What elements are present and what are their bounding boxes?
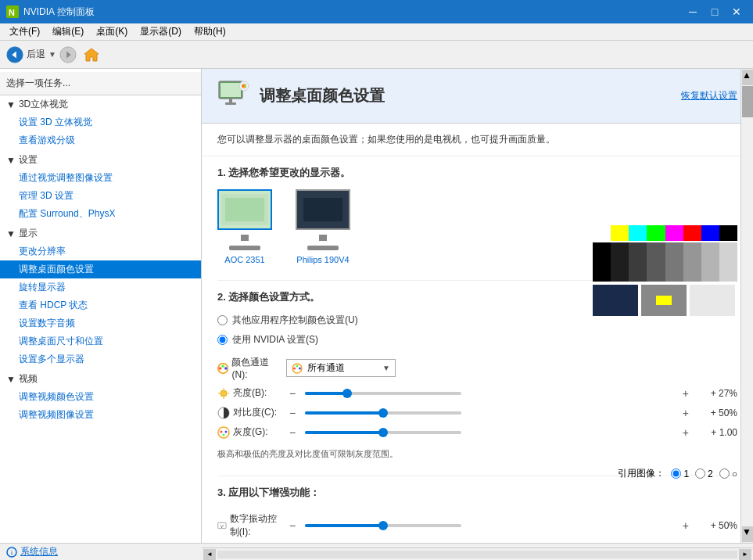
vibrance-thumb[interactable] [378,521,388,530]
monitor-philips[interactable]: Philips 190V4 [296,189,350,264]
gray-6 [701,242,719,282]
gamma-thumb[interactable] [378,428,388,437]
gray-3 [647,242,665,282]
channel-dropdown-arrow[interactable]: ▼ [382,364,390,372]
sidebar-section-display-header[interactable]: ▼ 显示 [0,224,201,242]
sidebar-item-multi-display[interactable]: 设置多个显示器 [0,350,201,368]
sidebar-item-rotate[interactable]: 旋转显示器 [0,278,201,296]
ref-option-1[interactable]: 1 [671,468,689,479]
enhance-section: 3. 应用以下增强功能： V 数字振动控制(I): − + [202,476,753,543]
brightness-minus[interactable]: − [286,387,299,400]
app-icon: N [6,5,19,18]
home-button[interactable] [80,43,103,66]
content-area: 调整桌面颜色设置 恢复默认设置 您可以调整显示器的桌面颜色设置；如果您使用的是电… [202,69,753,543]
menu-display[interactable]: 显示器(D) [134,23,188,40]
contrast-thumb[interactable] [378,408,388,418]
contrast-plus[interactable]: + [679,407,692,419]
menubar: 文件(F) 编辑(E) 桌面(K) 显示器(D) 帮助(H) [0,23,753,41]
gamma-plus[interactable]: + [679,426,692,439]
brightness-plus[interactable]: + [679,387,692,400]
sidebar-item-3d-games[interactable]: 查看游戏分级 [0,131,201,149]
statusbar-text: 系统信息 [20,545,58,558]
gray-2 [629,242,647,282]
ref-radio-2[interactable] [695,468,705,479]
system-info-link[interactable]: i 系统信息 [6,545,58,558]
close-button[interactable]: ✕ [726,4,747,20]
scroll-thumb[interactable] [742,86,753,117]
sidebar-section-settings-header[interactable]: ▼ 设置 [0,151,201,169]
svg-point-33 [218,427,229,438]
brightness-fill [305,392,347,395]
titlebar: N NVIDIA 控制面板 ─ □ ✕ [0,0,753,23]
minimize-button[interactable]: ─ [683,4,703,20]
sidebar-item-desktop-size[interactable]: 调整桌面尺寸和位置 [0,332,201,350]
gamma-row: 灰度(G): − + + 1.00 [217,422,737,442]
sidebar-item-color[interactable]: 调整桌面颜色设置 [0,260,201,278]
menu-file[interactable]: 文件(F) [3,23,46,40]
menu-desktop[interactable]: 桌面(K) [90,23,134,40]
sidebar-item-3d-setup[interactable]: 设置 3D 立体视觉 [0,113,201,131]
back-button[interactable] [6,46,23,63]
scroll-left-arrow[interactable]: ◄ [203,549,216,560]
radio-other-apps-label[interactable]: 其他应用程序控制颜色设置(U) [232,314,358,327]
sidebar-item-video-image[interactable]: 调整视频图像设置 [0,406,201,424]
vibrance-minus[interactable]: − [286,519,299,532]
sidebar-item-3d-manage[interactable]: 管理 3D 设置 [0,187,201,205]
color-bars-row1 [593,225,737,241]
radio-nvidia-input[interactable] [217,335,228,345]
svg-text:i: i [11,549,13,557]
radio-nvidia-label[interactable]: 使用 NVIDIA 设置(S) [232,333,318,346]
window-controls: ─ □ ✕ [683,4,747,20]
ref-radio-3[interactable] [719,468,730,479]
menu-help[interactable]: 帮助(H) [188,23,232,40]
dropdown-arrow-back[interactable]: ▼ [48,50,56,59]
channel-icon [217,362,228,375]
ref-radio-1[interactable] [671,468,681,479]
svg-rect-9 [229,99,232,102]
ref-image-section: 引用图像： 1 2 ○ [618,467,737,480]
restore-default-link[interactable]: 恢复默认设置 [681,89,737,102]
svg-text:N: N [9,8,15,17]
ref-option-2[interactable]: 2 [695,468,713,479]
sidebar-section-video-header[interactable]: ▼ 视频 [0,370,201,388]
forward-button[interactable] [59,46,77,63]
sidebar-item-video-color[interactable]: 调整视频颜色设置 [0,388,201,406]
swatch-magenta [665,225,683,241]
contrast-track[interactable] [305,411,461,415]
scroll-down-arrow[interactable]: ▼ [742,526,753,542]
sidebar-item-hdcp[interactable]: 查看 HDCP 状态 [0,296,201,314]
svg-point-22 [224,367,228,370]
scroll-up-arrow[interactable]: ▲ [742,70,753,85]
channel-select[interactable]: 所有通道 ▼ [286,359,396,377]
gamma-minus[interactable]: − [286,426,299,439]
brightness-thumb[interactable] [342,389,352,398]
monitor-aoc[interactable]: AOC 2351 [217,189,272,264]
sidebar-item-audio[interactable]: 设置数字音频 [0,314,201,332]
brightness-track[interactable] [305,392,461,395]
description: 您可以调整显示器的桌面颜色设置；如果您使用的是电视机，也可提升画面质量。 [202,124,753,156]
sidebar-item-resolution[interactable]: 更改分辨率 [0,242,201,260]
gray-bars [593,242,737,282]
ref-option-3[interactable]: ○ [719,468,737,479]
maximize-button[interactable]: □ [705,4,725,20]
channel-select-text: 所有通道 [307,361,378,375]
gamma-track[interactable] [305,431,461,434]
contrast-label: 对比度(C): [217,406,280,419]
contrast-minus[interactable]: − [286,407,299,419]
bottom-scrollbar[interactable]: ◄ ► [202,547,753,560]
vibrance-plus[interactable]: + [679,519,692,532]
swatch-green [647,225,665,241]
channel-select-icon [292,363,303,374]
contrast-fill [305,411,383,415]
scroll-right-arrow[interactable]: ► [739,549,751,560]
content-scrollbar[interactable]: ▲ ▼ [740,69,753,543]
sidebar-item-surround[interactable]: 配置 Surround、PhysX [0,205,201,223]
menu-edit[interactable]: 编辑(E) [46,23,90,40]
sidebar-section-3d-header[interactable]: ▼ 3D立体视觉 [0,95,201,113]
radio-other-apps-input[interactable] [217,315,228,325]
brightness-label: 亮度(B): [217,386,280,400]
monitor-philips-neck [319,235,327,241]
vibrance-track[interactable] [305,524,461,527]
gamma-slider-container [305,431,673,434]
sidebar-item-visual[interactable]: 通过视觉调整图像设置 [0,169,201,187]
